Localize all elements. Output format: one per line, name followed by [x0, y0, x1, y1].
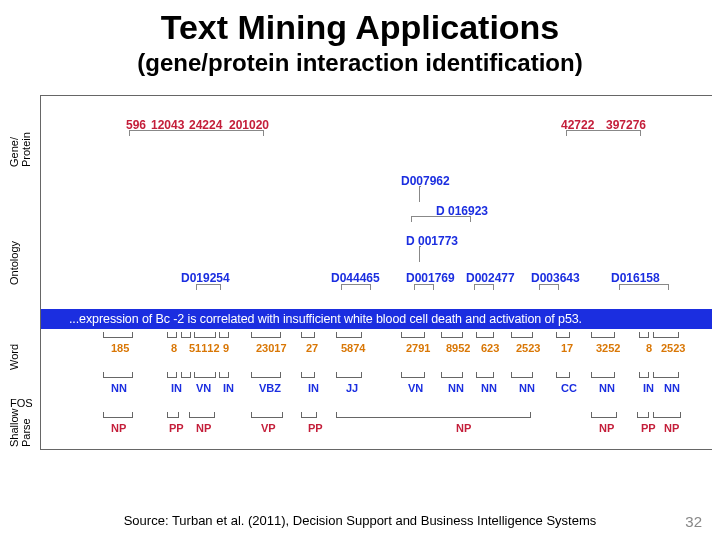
ontology-id: D001769: [406, 271, 455, 285]
pos-tag: NN: [519, 382, 535, 394]
gene-id: 42722: [561, 118, 594, 132]
parse-tag: VP: [261, 422, 276, 434]
sentence-bar: ...expression of Bc -2 is correlated wit…: [41, 309, 712, 329]
word-id: 51112: [189, 342, 220, 354]
word-id: 2791: [406, 342, 430, 354]
parse-tag: NP: [456, 422, 471, 434]
ontology-id: D 016923: [436, 204, 488, 218]
gene-id: 24224: [189, 118, 222, 132]
parse-brackets: [41, 412, 712, 420]
pos-tag: CC: [561, 382, 577, 394]
ontology-id: D002477: [466, 271, 515, 285]
ylabel-parse: Shallow Parse: [8, 408, 32, 447]
word-id: 623: [481, 342, 499, 354]
pos-tag: NN: [664, 382, 680, 394]
word-id: 23017: [256, 342, 287, 354]
word-brackets: [41, 332, 712, 340]
word-id: 2523: [516, 342, 540, 354]
pos-tag: IN: [643, 382, 654, 394]
word-id: 5874: [341, 342, 365, 354]
word-id: 8952: [446, 342, 470, 354]
pos-tag: JJ: [346, 382, 358, 394]
word-id: 8: [646, 342, 652, 354]
gene-id: 201020: [229, 118, 269, 132]
gene-id: 12043: [151, 118, 184, 132]
parse-tag: NP: [196, 422, 211, 434]
ylabel-ontology: Ontology: [8, 241, 20, 285]
slide-title: Text Mining Applications: [0, 8, 720, 47]
pos-tag: VN: [196, 382, 211, 394]
pos-tag: NN: [481, 382, 497, 394]
sentence-text: ...expression of Bc -2 is correlated wit…: [41, 309, 712, 329]
ontology-id: D019254: [181, 271, 230, 285]
word-id: 9: [223, 342, 229, 354]
ontology-id: D016158: [611, 271, 660, 285]
pos-tag: IN: [223, 382, 234, 394]
ontology-id: D007962: [401, 174, 450, 188]
parse-tag: NP: [599, 422, 614, 434]
slide: Text Mining Applications (gene/protein i…: [0, 8, 720, 540]
pos-brackets: [41, 372, 712, 380]
parse-tag: NP: [664, 422, 679, 434]
ontology-id: D003643: [531, 271, 580, 285]
pos-tag: IN: [171, 382, 182, 394]
word-id: 3252: [596, 342, 620, 354]
ontology-id: D 001773: [406, 234, 458, 248]
pos-tag: IN: [308, 382, 319, 394]
parse-tag: PP: [641, 422, 656, 434]
pos-tag: VN: [408, 382, 423, 394]
ontology-id: D044465: [331, 271, 380, 285]
slide-subtitle: (gene/protein interaction identification…: [0, 49, 720, 77]
word-id: 17: [561, 342, 573, 354]
page-number: 32: [685, 513, 702, 530]
pos-tag: NN: [599, 382, 615, 394]
plot-region: 596 12043 24224 201020 42722 397276 D007…: [40, 95, 712, 450]
pos-tag: NN: [111, 382, 127, 394]
parse-tag: PP: [169, 422, 184, 434]
gene-id: 397276: [606, 118, 646, 132]
ylabel-gene: Gene/ Protein: [8, 132, 32, 167]
word-id: 27: [306, 342, 318, 354]
source-citation: Source: Turban et al. (2011), Decision S…: [0, 513, 720, 528]
gene-id: 596: [126, 118, 146, 132]
ont-link: [419, 186, 421, 202]
word-id: 185: [111, 342, 129, 354]
pos-tag: NN: [448, 382, 464, 394]
word-id: 2523: [661, 342, 685, 354]
word-id: 8: [171, 342, 177, 354]
diagram: Gene/ Protein Ontology Word FOS Shallow …: [0, 95, 720, 450]
ylabel-word: Word: [8, 344, 20, 370]
ont-link: [419, 246, 421, 262]
parse-tag: NP: [111, 422, 126, 434]
pos-tag: VBZ: [259, 382, 281, 394]
parse-tag: PP: [308, 422, 323, 434]
